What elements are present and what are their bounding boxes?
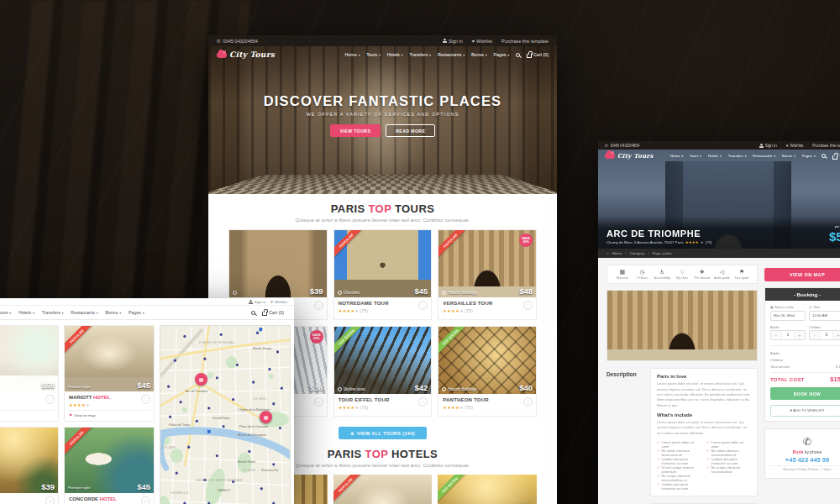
view-on-map-button[interactable]: VIEW ON MAP (764, 268, 840, 281)
view-on-map-link[interactable]: ⚑View on map (0, 410, 54, 417)
hotel-image[interactable]: $39 (0, 428, 58, 493)
cart-button[interactable]: Cart (0) (262, 309, 284, 316)
tour-image[interactable]: POPULAR SAVE 30% Historic Buildings $48 (438, 230, 536, 297)
tour-card[interactable]: TOP RATED Historic Buildings $40 PANTHEO… (438, 326, 537, 417)
tour-gallery-photo[interactable] (606, 290, 758, 361)
cart-button[interactable]: Cart (0) (527, 51, 549, 58)
category-icon (233, 291, 237, 295)
view-on-map-link[interactable]: ⚑View on map (69, 410, 150, 417)
tour-title[interactable]: VERSAILLES TOUR (443, 301, 532, 306)
purchase-template-link[interactable]: Purchase this template (812, 144, 840, 148)
map-label: VII ARR. (243, 469, 256, 472)
map-label: PLAINE DE MONCEAU (199, 341, 235, 344)
children-plus-button[interactable]: + (833, 331, 840, 339)
breadcrumb-home[interactable]: Home (612, 251, 622, 255)
brand-logo[interactable]: City Tours (217, 50, 275, 59)
hotel-image[interactable]: From/per night $59 (0, 326, 58, 391)
nav-hotels[interactable]: Hotels▾ (387, 52, 403, 57)
hotel-card[interactable]: $39 ♡ (0, 427, 59, 504)
wishlist-heart-icon[interactable]: ♡ (141, 496, 150, 504)
wishlist-heart-icon[interactable]: ♡ (523, 397, 533, 407)
tour-price: $36 (310, 383, 323, 392)
view-tours-button[interactable]: VIEW TOURS (330, 124, 381, 137)
nav-hotels[interactable]: Hotels▾ (708, 154, 722, 158)
wishlist-heart-icon[interactable]: ♡ (314, 397, 323, 407)
check-icon: ✓ (657, 482, 660, 486)
add-to-wishlist-button[interactable]: ♥ ADD TO WISHLIST (770, 405, 840, 417)
phone-number[interactable]: +45 423 445 99 (769, 456, 840, 464)
nav-restaurants[interactable]: Restaurants▾ (753, 154, 775, 158)
book-now-button[interactable]: BOOK NOW (770, 387, 840, 400)
read-more-button[interactable]: READ MORE (386, 124, 435, 137)
chevron-down-icon: ▾ (700, 154, 701, 158)
tour-image[interactable]: TOP RATED Historic Buildings $40 (438, 327, 536, 394)
view-all-tours-button[interactable]: ⊕VIEW ALL TOURS (144) (339, 427, 427, 439)
tour-card[interactable]: TOP RATED Skyline tours $42 TOUR EIFFEL … (333, 326, 433, 417)
nav-home[interactable]: Home▾ (345, 52, 360, 57)
map-marker-concorde[interactable]: ▦ (260, 411, 272, 423)
wishlist-heart-icon[interactable]: ♡ (523, 301, 533, 310)
nav-bonus[interactable]: Bonus▾ (782, 154, 795, 158)
nav-home[interactable]: Home▾ (670, 154, 683, 158)
nav-pages[interactable]: Pages▾ (494, 52, 510, 57)
hotel-title[interactable]: CONCORDE HOTEL (69, 496, 150, 501)
nav-transfers[interactable]: Transfers▾ (42, 310, 64, 315)
nav-transfers[interactable]: Transfers▾ (409, 52, 431, 57)
nav-pages[interactable]: Pages▾ (129, 310, 144, 315)
wishlist-heart-icon[interactable]: ♡ (45, 496, 55, 504)
wishlist-link[interactable]: ♥Wishlist (472, 39, 492, 44)
hotel-card[interactable]: POPULAR From/per night $45 MARIOTT HOTEL… (64, 325, 155, 422)
time-input[interactable]: 12:00 AM (809, 311, 840, 321)
map-marker-arc-de-triomphe[interactable]: ▦ (195, 373, 207, 386)
nav-bonus[interactable]: Bonus▾ (471, 52, 487, 57)
sign-in-link[interactable]: Sign in (443, 39, 463, 44)
hotel-card[interactable]: From/per night $59 HOTEL ♡ ★★★★★ ⚑View o… (0, 325, 59, 422)
nav-tours[interactable]: Tours▾ (690, 154, 701, 158)
nav-pages[interactable]: Pages▾ (802, 154, 816, 158)
children-minus-button[interactable]: - (810, 331, 820, 339)
brand-logo[interactable]: City Tours (605, 152, 654, 160)
nav-restaurants[interactable]: Restaurants▾ (438, 52, 465, 57)
date-input[interactable]: Mar 26, Wed (770, 311, 806, 321)
cart-button[interactable]: Cart (0) (832, 153, 840, 160)
tour-card[interactable]: POPULAR SAVE 30% Historic Buildings $48 … (438, 229, 537, 320)
purchase-template-link[interactable]: Purchase this template (501, 39, 549, 44)
hotel-image[interactable]: TOP RATED (438, 475, 537, 504)
wishlist-heart-icon[interactable]: ♡ (45, 395, 55, 404)
hotel-image[interactable]: POPULAR From/per night $45 (65, 428, 154, 493)
nav-bonus[interactable]: Bonus▾ (105, 310, 121, 315)
wishlist-heart-icon[interactable]: ♡ (141, 395, 150, 404)
wishlist-link[interactable]: ♥Wishlist (270, 300, 287, 304)
nav-tours[interactable]: Tours▾ (0, 310, 11, 315)
hotel-image[interactable]: POPULAR (333, 475, 433, 504)
tour-card[interactable]: POPULAR Churches $45 NOTREDAME TOUR ♡ ★★… (333, 229, 433, 320)
tour-image[interactable]: $39 (229, 230, 327, 297)
wishlist-heart-icon[interactable]: ♡ (314, 301, 323, 310)
tour-title[interactable]: PANTHEON TOUR (443, 397, 532, 402)
nav-transfers[interactable]: Transfers▾ (728, 154, 747, 158)
adults-minus-button[interactable]: - (771, 331, 781, 339)
nav-hotels[interactable]: Hotels▾ (18, 310, 34, 315)
tour-title[interactable]: TOUR EIFFEL TOUR (339, 397, 428, 402)
tour-image[interactable]: TOP RATED Skyline tours $42 (334, 327, 432, 394)
paris-map[interactable]: PLAINE DE MONCEAU Moulin Rouge Arc de Tr… (160, 325, 291, 504)
nav-restaurants[interactable]: Restaurants▾ (71, 310, 97, 315)
search-icon[interactable] (822, 154, 826, 158)
star-rating: ★★★★★(75) (339, 308, 428, 313)
included-item: ✓Ne scripta electram necessitatibus (706, 465, 751, 474)
hotel-title[interactable]: MARIOTT HOTEL (69, 395, 150, 400)
adults-plus-button[interactable]: + (795, 331, 805, 339)
sign-in-link[interactable]: Sign in (759, 144, 777, 148)
hotel-image[interactable]: POPULAR From/per night $45 (65, 326, 154, 391)
tour-image[interactable]: POPULAR Churches $45 (334, 230, 432, 297)
tour-category: Historic Buildings (442, 387, 477, 391)
search-icon[interactable] (251, 311, 255, 315)
wishlist-link[interactable]: ♥Wishlist (786, 144, 804, 148)
search-icon[interactable] (516, 53, 520, 57)
feature-audio-guide: ◁Audio guide (712, 269, 732, 280)
breadcrumb-category[interactable]: Category (630, 251, 645, 255)
sign-in-link[interactable]: Sign in (249, 300, 265, 304)
hotel-card[interactable]: POPULAR From/per night $45 CONCORDE HOTE… (64, 427, 155, 504)
tour-title[interactable]: NOTREDAME TOUR (339, 301, 428, 306)
nav-tours[interactable]: Tours▾ (366, 52, 380, 57)
